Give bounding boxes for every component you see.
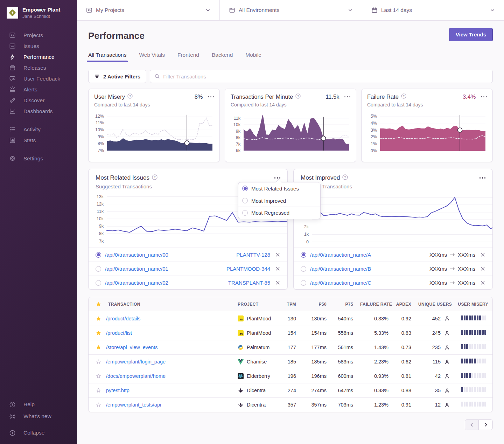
- star-icon[interactable]: [96, 316, 101, 321]
- sidebar-item-issues[interactable]: Issues: [0, 41, 77, 51]
- column-header-unique-users[interactable]: UNIQUE USERS: [415, 302, 453, 307]
- project-cell[interactable]: Chamise: [238, 359, 274, 365]
- column-header-failure-rate[interactable]: FAILURE RATE: [357, 302, 392, 307]
- column-header-user-misery[interactable]: USER MISERY: [453, 302, 492, 307]
- active-filters-button[interactable]: 2 Active Filters: [88, 70, 146, 83]
- dismiss-icon[interactable]: [480, 266, 485, 271]
- column-header-p50[interactable]: P50: [300, 302, 330, 307]
- issue-link[interactable]: PLANTTV-128: [236, 252, 270, 258]
- help-icon[interactable]: ?: [401, 93, 406, 100]
- card-menu-button[interactable]: [344, 95, 351, 99]
- project-name: Chamise: [247, 359, 267, 365]
- sidebar-item-discover[interactable]: Discover: [0, 95, 77, 106]
- column-header-project[interactable]: PROJECT: [234, 302, 277, 307]
- help-icon[interactable]: ?: [152, 174, 158, 181]
- project-cell[interactable]: Dicentra: [238, 402, 274, 408]
- project-cell[interactable]: Palmatum: [238, 345, 274, 351]
- transaction-radio[interactable]: [301, 280, 306, 286]
- dismiss-icon[interactable]: [275, 252, 280, 257]
- date-range-picker[interactable]: Last 14 days: [362, 0, 504, 20]
- environment-picker[interactable]: All Environments: [220, 0, 362, 20]
- card-menu-button[interactable]: [479, 176, 486, 180]
- project-cell[interactable]: JSPlantMood: [238, 315, 274, 321]
- project-cell[interactable]: JSPlantMood: [238, 330, 274, 336]
- sidebar-item-alerts[interactable]: Alerts: [0, 84, 77, 95]
- option-label: Most Improved: [251, 198, 286, 204]
- help-icon[interactable]: ?: [295, 93, 301, 100]
- card-title: Most Improved: [301, 174, 340, 181]
- sidebar-item-activity[interactable]: Activity: [0, 124, 77, 135]
- menu-option-most-related-issues[interactable]: Most Related Issues: [238, 182, 320, 195]
- help-icon[interactable]: ?: [127, 93, 133, 100]
- help-icon[interactable]: ?: [342, 174, 348, 181]
- transaction-link[interactable]: /api/0/transaction_name/01: [105, 266, 168, 272]
- sidebar-item-dashboards[interactable]: Dashboards: [0, 106, 77, 117]
- star-icon[interactable]: [96, 359, 101, 365]
- transaction-link[interactable]: /empowerplant_tests/api: [106, 402, 161, 408]
- dismiss-icon[interactable]: [480, 252, 485, 257]
- search-input[interactable]: [163, 74, 488, 79]
- tab-frontend[interactable]: Frontend: [177, 52, 199, 62]
- transaction-link[interactable]: /api/0/transaction_name/B: [310, 266, 371, 272]
- project-picker[interactable]: My Projects: [77, 0, 220, 20]
- transaction-radio[interactable]: [96, 252, 101, 258]
- option-radio[interactable]: [242, 186, 248, 191]
- dismiss-icon[interactable]: [275, 280, 280, 285]
- star-icon[interactable]: [96, 330, 101, 336]
- transaction-link[interactable]: /api/0/transaction_name/00: [105, 252, 168, 258]
- project-cell[interactable]: Dicentra: [238, 388, 274, 394]
- next-page-button[interactable]: [479, 420, 492, 430]
- transaction-link[interactable]: /docs/empowerplant/home: [106, 373, 166, 379]
- column-header-transaction[interactable]: TRANSACTION: [105, 302, 234, 307]
- transaction-radio[interactable]: [96, 280, 101, 286]
- sidebar-item-projects[interactable]: Projects: [0, 30, 77, 41]
- sidebar-item-user-feedback[interactable]: User Feedback: [0, 73, 77, 84]
- transaction-radio[interactable]: [301, 266, 306, 272]
- transaction-link[interactable]: /api/0/transaction_name/A: [310, 252, 371, 258]
- star-icon[interactable]: [96, 345, 101, 350]
- sidebar-item-performance[interactable]: Performance: [0, 51, 77, 62]
- issue-link[interactable]: PLANTMOOD-344: [226, 266, 270, 272]
- transaction-link[interactable]: /api/0/transaction_name/C: [310, 280, 371, 286]
- dismiss-icon[interactable]: [480, 280, 485, 285]
- option-label: Most Regressed: [251, 210, 289, 216]
- column-header-tpm[interactable]: TPM: [277, 302, 300, 307]
- transaction-radio[interactable]: [96, 266, 101, 272]
- sidebar-item-what-s-new[interactable]: What's new: [0, 410, 77, 422]
- tab-all-transactions[interactable]: All Transactions: [88, 52, 126, 62]
- dismiss-icon[interactable]: [275, 266, 280, 271]
- menu-option-most-regressed[interactable]: Most Regressed: [238, 207, 320, 219]
- star-icon[interactable]: [96, 402, 101, 408]
- issue-link[interactable]: TRANSPLANT-85: [228, 280, 270, 286]
- transaction-link[interactable]: /empowerplant/login_page: [106, 359, 166, 365]
- option-radio[interactable]: [242, 198, 248, 203]
- card-menu-button[interactable]: [481, 95, 487, 99]
- transaction-link[interactable]: /api/0/transaction_name/02: [105, 280, 168, 286]
- sidebar-item-stats[interactable]: Stats: [0, 135, 77, 146]
- transaction-link[interactable]: pytest.http: [106, 388, 130, 393]
- column-header-apdex[interactable]: APDEX: [392, 302, 415, 307]
- tab-backend[interactable]: Backend: [212, 52, 233, 62]
- transaction-radio[interactable]: [301, 252, 306, 258]
- sidebar-item-settings[interactable]: Settings: [0, 153, 77, 164]
- transaction-link[interactable]: /product/details: [106, 316, 140, 321]
- transaction-link[interactable]: /store/api_view_events: [106, 345, 158, 350]
- sidebar-item-releases[interactable]: Releases: [0, 62, 77, 73]
- unique-users-cell: 452: [415, 316, 453, 321]
- sidebar-item-help[interactable]: Help: [0, 398, 77, 410]
- previous-page-button[interactable]: [465, 420, 479, 430]
- transaction-link[interactable]: /product/list: [106, 330, 132, 336]
- option-radio[interactable]: [242, 210, 248, 216]
- card-menu-button[interactable]: [274, 176, 281, 180]
- view-trends-button[interactable]: View Trends: [449, 28, 493, 41]
- org-switcher[interactable]: Empower Plant Jane Schmidt: [0, 0, 77, 24]
- tab-mobile[interactable]: Mobile: [245, 52, 261, 62]
- star-icon[interactable]: [96, 373, 101, 379]
- column-header-p75[interactable]: P75: [330, 302, 357, 307]
- star-icon[interactable]: [96, 388, 101, 393]
- tab-web-vitals[interactable]: Web Vitals: [139, 52, 165, 62]
- card-menu-button[interactable]: [208, 95, 214, 99]
- menu-option-most-improved[interactable]: Most Improved: [238, 195, 320, 207]
- project-cell[interactable]: Elderberry: [238, 373, 274, 379]
- sidebar-item-collapse[interactable]: Collapse: [0, 427, 77, 439]
